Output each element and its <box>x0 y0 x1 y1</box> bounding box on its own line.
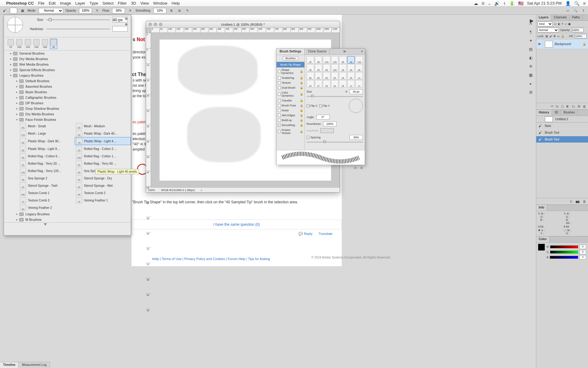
brush-folder[interactable]: ▸Wet Media Brushes <box>4 62 131 67</box>
brush-tip[interactable]: 90 <box>307 72 314 79</box>
brush-tip[interactable]: 120 <box>331 64 339 71</box>
layer-thumbnail[interactable] <box>545 41 553 48</box>
hardness-input[interactable] <box>112 26 128 32</box>
brush-item[interactable]: 90Plastic Wrap - Light 90 pi... <box>19 145 75 152</box>
properties-icon[interactable]: ⊞ <box>528 89 534 95</box>
opacity-pressure-icon[interactable]: ✎ <box>94 8 100 13</box>
window-titlebar[interactable]: Untitled-1 @ 100% (RGB/8) * <box>146 21 340 28</box>
lock-artboard-icon[interactable]: ▭ <box>557 35 560 38</box>
tab-channels[interactable]: Channels <box>551 15 569 21</box>
tab-history[interactable]: History <box>536 110 552 116</box>
share-icon[interactable]: ⇪ <box>581 8 586 13</box>
brush-tip[interactable]: 95 <box>331 72 339 79</box>
brush-item[interactable]: 120Rolled Rag - Cotton 120 pi... <box>75 152 131 160</box>
layer-mask-icon[interactable]: ◻ <box>561 104 564 108</box>
symmetry-icon[interactable]: ⊛ <box>177 8 182 13</box>
recent-brush[interactable]: 300 <box>41 39 49 49</box>
flow-input[interactable] <box>112 8 125 13</box>
bluetooth-icon[interactable]: ᚼ <box>503 1 506 6</box>
brush-tip-grid[interactable]: 2530119120904012090206012020609090656595… <box>307 56 363 87</box>
brush-tip[interactable]: 90 <box>355 64 363 71</box>
brush-tip[interactable]: 14 <box>355 72 363 79</box>
reset-size-icon[interactable]: ↺ <box>345 90 348 93</box>
brush-folder[interactable]: ▸Calligraphic Brushes <box>4 95 131 100</box>
brush-item[interactable]: 40Plastic Wrap - Light 40 pi... <box>75 137 131 145</box>
brush-tip[interactable]: 45 <box>347 72 355 79</box>
tab-layers[interactable]: Layers <box>536 15 551 21</box>
bs-angle-input[interactable] <box>316 115 330 120</box>
brush-tree[interactable]: ▸General Brushes▸Dry Media Brushes▸Wet M… <box>4 51 131 222</box>
brush-folder[interactable]: ▸M Brushes <box>4 217 131 222</box>
mode-select[interactable]: Normal <box>39 8 63 13</box>
brush-tip[interactable]: 60 <box>347 64 355 71</box>
tab-3d[interactable]: 3D <box>552 110 561 116</box>
tool-brush-icon[interactable]: 🖌 <box>2 8 7 13</box>
paragraph-icon[interactable]: ¶ <box>528 29 534 35</box>
reply-button[interactable]: 💬 Reply <box>299 232 312 236</box>
layer-filter-select[interactable]: Kind <box>537 21 553 26</box>
brush-tip[interactable]: 24 <box>307 80 314 87</box>
learn-icon[interactable]: ✦ <box>528 37 534 44</box>
bs-section[interactable]: Transfer🔒 <box>277 98 304 103</box>
brush-tip[interactable]: 90 <box>307 64 314 71</box>
brush-item[interactable]: 65Stencil Sponge - Dry <box>75 174 131 182</box>
layer-opacity-input[interactable] <box>571 28 584 32</box>
tab-clone-source[interactable]: Clone Source <box>305 49 330 55</box>
brush-item[interactable]: 65Stencil Sponge - Twirl <box>19 182 75 189</box>
bs-section[interactable]: Color Dynamics🔒 <box>277 90 304 98</box>
status-zoom[interactable]: 100% <box>148 189 155 192</box>
bs-section-head[interactable]: Brush Tip Shape <box>277 62 304 67</box>
brush-folder[interactable]: ▸Legacy Brushes <box>4 211 131 217</box>
bs-spacing-input[interactable] <box>349 135 363 140</box>
brush-tip[interactable]: 30 <box>315 56 322 63</box>
bs-section[interactable]: Shape Dynamics🔒 <box>277 67 304 75</box>
foreground-swatch[interactable] <box>538 244 545 251</box>
brush-item[interactable]: 95Stencil Sponge - Wet <box>75 182 131 189</box>
dropbox-icon[interactable]: ⧈ <box>482 1 484 6</box>
brush-item[interactable]: 120Rolled Rag - Terry 120 pix... <box>19 167 75 174</box>
brush-folder[interactable]: ▸Assorted Brushes <box>4 84 131 89</box>
new-layer-icon[interactable]: ⊞ <box>578 104 580 108</box>
lock-position-icon[interactable]: ✥ <box>553 35 556 38</box>
filter-adj-icon[interactable]: ◐ <box>558 22 560 25</box>
smoothing-gear-icon[interactable]: ⚙ <box>169 8 174 13</box>
brush-folder[interactable]: ▸Dry Media Brushes <box>4 56 131 62</box>
user-icon[interactable]: 👤 <box>565 1 571 6</box>
size-slider[interactable] <box>46 19 110 20</box>
translate-button[interactable]: Translate <box>319 232 333 236</box>
brush-folder[interactable]: ▸Dry Media Brushes <box>4 111 131 117</box>
link-layers-icon[interactable]: ⚯ <box>551 104 553 108</box>
wifi-icon[interactable]: ⌵ <box>488 1 491 6</box>
brush-tip[interactable]: 90 <box>339 56 347 63</box>
bs-size-slider[interactable] <box>307 96 363 97</box>
bs-angle-widget[interactable] <box>349 99 363 113</box>
delete-layer-icon[interactable]: 🗑 <box>583 105 586 108</box>
brush-folder[interactable]: ▸DP Brushes <box>4 100 131 106</box>
preview-toggle-icon[interactable]: 👁 <box>354 166 357 170</box>
menu-layer[interactable]: Layer <box>75 1 85 6</box>
min-dot[interactable] <box>154 23 157 26</box>
tab-brush-settings[interactable]: Brush Settings <box>277 49 305 55</box>
menubar-clock[interactable]: Sat Apr 21 5:23 PM <box>527 1 562 6</box>
flipx-checkbox[interactable]: Flip X <box>307 104 317 107</box>
brush-folder[interactable]: ▸Basic Brushes <box>4 89 131 95</box>
recent-brush[interactable]: 250 <box>16 39 23 49</box>
blend-mode-select[interactable]: Normal <box>537 28 559 33</box>
app-name[interactable]: Photoshop CC <box>6 1 34 6</box>
menu-image[interactable]: Image <box>60 1 71 6</box>
new-preset-icon[interactable]: ⊕ <box>360 166 363 170</box>
slider-g[interactable] <box>550 251 578 254</box>
tab-brushes2[interactable]: Brushes <box>561 110 578 116</box>
brush-folder[interactable]: ▾Legacy Brushes <box>4 73 131 78</box>
picker-gear-icon[interactable]: ⚙ <box>125 17 128 21</box>
max-dot[interactable] <box>159 23 162 26</box>
hardness-slider[interactable] <box>46 29 110 29</box>
brush-item[interactable]: 40Plastic Wrap - Dark 40 pix... <box>75 130 131 137</box>
recent-brush[interactable]: 250 <box>33 39 40 49</box>
footer-links[interactable]: Help | Terms of Use | Privacy Policy and… <box>89 257 334 261</box>
lock-transparent-icon[interactable]: ▨ <box>545 35 548 38</box>
brush-item[interactable] <box>75 204 131 211</box>
airbrush-icon[interactable]: ✈ <box>127 8 133 13</box>
new-doc-from-state-icon[interactable]: ⎘ <box>570 200 572 203</box>
brush-tip[interactable]: 46 <box>331 80 339 87</box>
